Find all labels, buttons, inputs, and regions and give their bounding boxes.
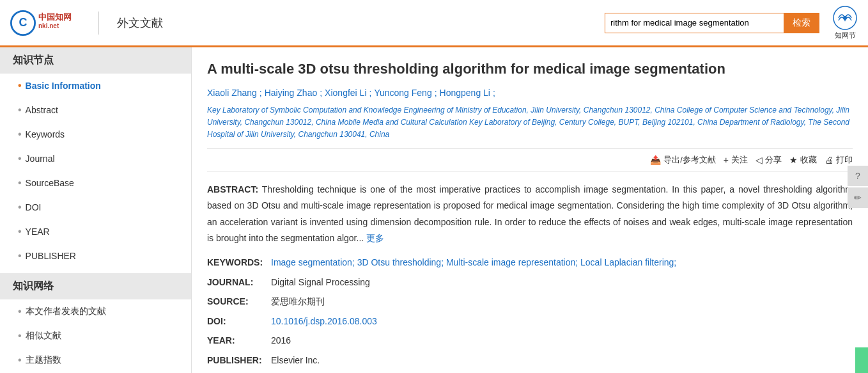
header: C 中国知网 nki.net 外文文献 检索 知网节 xyxy=(0,0,868,47)
author-1[interactable]: Xiaoli Zhang xyxy=(207,88,257,98)
svg-text:nki.net: nki.net xyxy=(38,22,59,29)
zhiwang-label: 知网节 xyxy=(835,31,856,40)
search-input[interactable] xyxy=(605,13,784,33)
publisher-label: PUBLISHER: xyxy=(207,352,271,369)
follow-label: 关注 xyxy=(731,154,748,166)
year-value: 2016 xyxy=(271,332,291,349)
sidebar-section-2: 知识网络 本文作者发表的文献 相似文献 主题指数 xyxy=(0,273,191,372)
publisher-value: Elsevier Inc. xyxy=(271,352,320,369)
sidebar-item-publisher[interactable]: PUBLISHER xyxy=(0,244,191,268)
author-2[interactable]: Haiying Zhao xyxy=(265,88,318,98)
print-label: 打印 xyxy=(836,154,853,166)
sidebar-item-year[interactable]: YEAR xyxy=(0,219,191,244)
journal-label: JOURNAL: xyxy=(207,274,271,291)
authors-list: Xiaoli Zhang; Haiying Zhao; Xiongfei Li;… xyxy=(207,88,853,98)
follow-icon: + xyxy=(724,155,729,165)
sidebar-item-abstract-label: Abstract xyxy=(26,105,58,115)
abstract-text: Thresholding technique is one of the mos… xyxy=(207,184,853,243)
main-layout: 知识节点 Basic Information Abstract Keywords… xyxy=(0,47,868,373)
zhiwang-logo: 知网节 xyxy=(832,5,858,40)
keywords-value: Image segmentation; 3D Otsu thresholding… xyxy=(271,254,676,271)
search-area: 检索 知网节 xyxy=(605,5,858,40)
keywords-label: KEYWORDS: xyxy=(207,254,271,271)
source-row: SOURCE: 爱思唯尔期刊 xyxy=(207,293,853,310)
logo-area: C 中国知网 nki.net 外文文献 xyxy=(10,9,163,37)
sidebar-item-journal-label: Journal xyxy=(26,154,55,164)
author-3[interactable]: Xiongfei Li xyxy=(325,88,366,98)
article-title: A multi-scale 3D otsu thresholding algor… xyxy=(207,60,853,79)
action-share[interactable]: ◁ 分享 xyxy=(756,154,782,166)
header-divider xyxy=(98,12,99,35)
action-print[interactable]: 🖨 打印 xyxy=(825,154,853,166)
action-favorite[interactable]: ★ 收藏 xyxy=(789,154,817,166)
sidebar-item-topic-index-label: 主题指数 xyxy=(26,354,61,366)
sidebar-item-author-works-label: 本文作者发表的文献 xyxy=(26,306,106,317)
more-link[interactable]: 更多 xyxy=(366,233,384,243)
abstract-label: ABSTRACT: xyxy=(207,184,258,194)
year-label: YEAR: xyxy=(207,332,271,349)
share-icon: ◁ xyxy=(756,155,763,165)
action-bar: 📤 导出/参考文献 + 关注 ◁ 分享 ★ 收藏 🖨 打印 xyxy=(207,148,853,171)
author-4[interactable]: Yuncong Feng xyxy=(374,88,431,98)
svg-point-6 xyxy=(843,16,847,20)
sidebar-item-keywords-label: Keywords xyxy=(26,129,65,139)
doi-row: DOI: 10.1016/j.dsp.2016.08.003 xyxy=(207,313,853,330)
action-follow[interactable]: + 关注 xyxy=(724,154,748,166)
doi-label: DOI: xyxy=(207,313,271,330)
sidebar-item-similar-label: 相似文献 xyxy=(26,330,61,342)
sidebar-item-basic-info[interactable]: Basic Information xyxy=(0,74,191,98)
share-label: 分享 xyxy=(765,154,782,166)
sidebar-item-similar[interactable]: 相似文献 xyxy=(0,324,191,348)
cnki-logo: C 中国知网 nki.net xyxy=(10,9,81,37)
help-float-btn[interactable]: ? xyxy=(848,166,868,186)
doi-value[interactable]: 10.1016/j.dsp.2016.08.003 xyxy=(271,313,377,330)
print-icon: 🖨 xyxy=(825,155,833,165)
sidebar-item-doi[interactable]: DOI xyxy=(0,195,191,219)
abstract-block: ABSTRACT: Thresholding technique is one … xyxy=(207,182,853,246)
sidebar-item-abstract[interactable]: Abstract xyxy=(0,98,191,122)
sidebar-item-journal[interactable]: Journal xyxy=(0,147,191,171)
search-button[interactable]: 检索 xyxy=(784,13,819,33)
sidebar-section-2-header: 知识网络 xyxy=(0,273,191,299)
sidebar-section-1-header: 知识节点 xyxy=(0,47,191,74)
sidebar-item-publisher-label: PUBLISHER xyxy=(26,251,76,261)
right-float-panel: ? ✏ xyxy=(848,166,868,208)
year-row: YEAR: 2016 xyxy=(207,332,853,349)
nav-label: 外文文献 xyxy=(117,15,163,31)
source-value: 爱思唯尔期刊 xyxy=(271,293,325,310)
journal-row: JOURNAL: Digital Signal Processing xyxy=(207,274,853,291)
sidebar-item-topic-index[interactable]: 主题指数 xyxy=(0,348,191,372)
export-icon: 📤 xyxy=(650,155,661,165)
sidebar-item-doi-label: DOI xyxy=(26,202,42,212)
zhiwang-icon-svg xyxy=(832,5,858,31)
svg-text:C: C xyxy=(19,16,27,29)
sidebar-section-1: 知识节点 Basic Information Abstract Keywords… xyxy=(0,47,191,268)
favorite-label: 收藏 xyxy=(800,154,817,166)
sidebar-item-sourcebase[interactable]: SourceBase xyxy=(0,171,191,195)
source-label: SOURCE: xyxy=(207,293,271,310)
content-area: A multi-scale 3D otsu thresholding algor… xyxy=(192,47,868,373)
keywords-row: KEYWORDS: Image segmentation; 3D Otsu th… xyxy=(207,254,853,271)
meta-section: KEYWORDS: Image segmentation; 3D Otsu th… xyxy=(207,254,853,369)
author-5[interactable]: Hongpeng Li xyxy=(440,88,490,98)
sidebar-item-keywords[interactable]: Keywords xyxy=(0,122,191,147)
edit-icon: ✏ xyxy=(854,193,862,203)
action-export[interactable]: 📤 导出/参考文献 xyxy=(650,154,716,166)
sidebar-item-year-label: YEAR xyxy=(26,226,50,237)
svg-text:中国知网: 中国知网 xyxy=(38,12,72,22)
affiliations: Key Laboratory of Symbolic Computation a… xyxy=(207,104,853,141)
sidebar: 知识节点 Basic Information Abstract Keywords… xyxy=(0,47,192,373)
star-icon: ★ xyxy=(789,155,798,165)
bottom-accent-bar xyxy=(855,347,868,373)
export-label: 导出/参考文献 xyxy=(663,154,716,166)
sidebar-item-sourcebase-label: SourceBase xyxy=(26,178,74,188)
publisher-row: PUBLISHER: Elsevier Inc. xyxy=(207,352,853,369)
edit-float-btn[interactable]: ✏ xyxy=(848,187,868,208)
cnki-logo-svg: C 中国知网 nki.net xyxy=(10,9,81,37)
sidebar-item-basic-info-label: Basic Information xyxy=(26,81,101,91)
question-icon: ? xyxy=(855,171,860,181)
sidebar-item-author-works[interactable]: 本文作者发表的文献 xyxy=(0,299,191,324)
journal-value: Digital Signal Processing xyxy=(271,274,370,291)
